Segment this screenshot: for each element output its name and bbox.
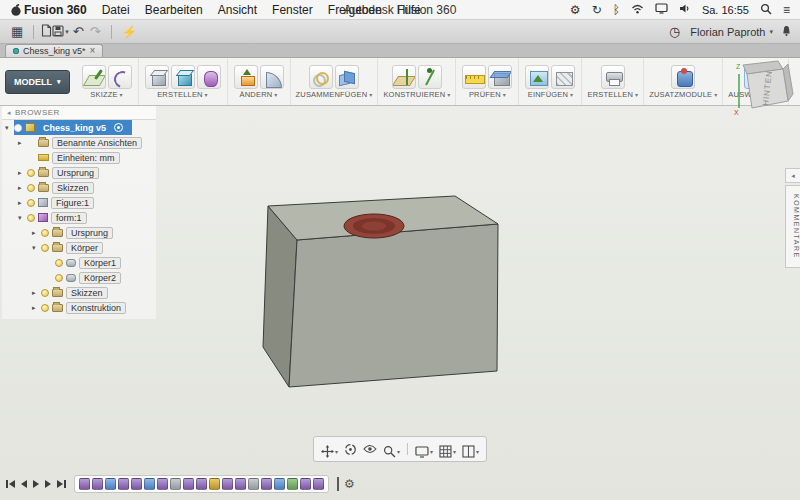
timeline-feature-icon[interactable] (118, 478, 129, 490)
timeline-feature-icon[interactable] (261, 478, 272, 490)
ribbon-group-menu[interactable]: KONSTRUIEREN (383, 90, 450, 99)
wifi-icon[interactable] (631, 4, 644, 16)
visibility-bulb-icon[interactable] (27, 214, 35, 222)
visibility-bulb-icon[interactable] (14, 124, 22, 132)
timeline-feature-icon[interactable] (274, 478, 285, 490)
visibility-bulb-icon[interactable] (41, 229, 49, 237)
ribbon-group-menu[interactable]: ZUSATZMODULE (649, 90, 717, 99)
expand-collapse-icon[interactable]: ▾ (18, 214, 27, 222)
node-label[interactable]: Körper (66, 242, 103, 254)
timeline-feature-icon[interactable] (300, 478, 311, 490)
node-label[interactable]: Benannte Ansichten (52, 137, 142, 149)
collapse-browser-icon[interactable]: ◂ (7, 109, 11, 117)
tree-row[interactable]: ▸ Ursprung (2, 225, 156, 240)
close-tab-icon[interactable]: × (90, 46, 96, 56)
create-sketch-icon[interactable] (82, 65, 106, 89)
comments-tab[interactable]: KOMMENTARE (785, 185, 800, 268)
tree-row[interactable]: ▸ Konstruktion (2, 300, 156, 315)
model-front-face[interactable] (289, 224, 498, 387)
expand-collapse-icon[interactable]: ▸ (32, 289, 41, 297)
play-button[interactable] (33, 480, 39, 488)
skip-to-start-button[interactable] (6, 480, 15, 488)
expand-collapse-icon[interactable]: ▾ (5, 124, 14, 132)
notification-center-icon[interactable]: ≡ (783, 4, 790, 16)
visibility-bulb-icon[interactable] (27, 199, 35, 207)
look-at-button[interactable] (361, 443, 379, 455)
node-label[interactable]: Einheiten: mm (52, 152, 120, 164)
press-pull-icon[interactable] (234, 65, 258, 89)
timeline-feature-icon[interactable] (235, 478, 246, 490)
menu-item[interactable]: Bearbeiten (145, 3, 203, 17)
node-label[interactable]: Figure:1 (51, 197, 94, 209)
timeline-feature-icon[interactable] (105, 478, 116, 490)
timeline-feature-icon[interactable] (209, 478, 220, 490)
tree-row[interactable]: ▸ Ursprung (2, 165, 156, 180)
viewports-button[interactable] (460, 439, 481, 459)
ribbon-group-menu[interactable]: ERSTELLEN (157, 90, 208, 99)
file-icon[interactable] (41, 23, 52, 41)
fillet-icon[interactable] (260, 65, 284, 89)
ribbon-group-menu[interactable]: ZUSAMMENFÜGEN (296, 90, 373, 99)
visibility-bulb-icon[interactable] (41, 244, 49, 252)
timeline-feature-icon[interactable] (183, 478, 194, 490)
node-label[interactable]: Skizzen (66, 287, 108, 299)
node-label[interactable]: Ursprung (66, 227, 113, 239)
visibility-bulb-icon[interactable] (41, 289, 49, 297)
expand-collapse-icon[interactable]: ▸ (32, 304, 41, 312)
job-status-icon[interactable]: ◷ (669, 25, 680, 38)
model-viewport[interactable]: ◂ BROWSER ▾ Chess_king v5 ▸ Benannte A (0, 106, 800, 500)
expand-collapse-icon[interactable]: ▸ (18, 199, 27, 207)
gear-icon[interactable]: ⚙ (570, 4, 581, 16)
tree-row[interactable]: ▸ Figure:1 (2, 195, 156, 210)
timeline-feature-icon[interactable] (248, 478, 259, 490)
timeline-feature-icon[interactable] (131, 478, 142, 490)
model-pocket-inner[interactable] (362, 222, 386, 231)
ribbon-group-menu[interactable]: PRÜFEN (469, 90, 506, 99)
document-tab[interactable]: Chess_king v5* × (5, 44, 103, 57)
menu-item[interactable]: Hilfe (397, 3, 421, 17)
expand-collapse-icon[interactable]: ▾ (32, 244, 41, 252)
timeline-feature-icon[interactable] (222, 478, 233, 490)
timeline-feature-icon[interactable] (79, 478, 90, 490)
volume-icon[interactable] (679, 3, 691, 16)
sketch-spline-icon[interactable] (108, 65, 132, 89)
ribbon-group-menu[interactable]: EINFÜGEN (528, 90, 573, 99)
tree-row[interactable]: ▸ Skizzen (2, 180, 156, 195)
menu-item[interactable]: Datei (102, 3, 130, 17)
section-analysis-icon[interactable] (488, 65, 512, 89)
align-icon[interactable] (335, 65, 359, 89)
node-label[interactable]: Chess_king v5 (38, 122, 111, 134)
orbit-button[interactable] (342, 442, 359, 457)
measure-icon[interactable] (462, 65, 486, 89)
notifications-bell-icon[interactable] (781, 25, 792, 39)
extrude-icon[interactable] (171, 65, 195, 89)
step-forward-button[interactable] (45, 480, 51, 488)
timeline-feature-icon[interactable] (196, 478, 207, 490)
pan-button[interactable] (319, 439, 340, 459)
ribbon-group-menu[interactable]: ERSTELLEN (587, 90, 638, 99)
menu-item[interactable]: Fusion 360 (24, 3, 87, 17)
node-label[interactable]: Skizzen (52, 182, 94, 194)
viewcube[interactable]: Z X HINTEN (732, 56, 798, 116)
expand-collapse-icon[interactable]: ▸ (18, 184, 27, 192)
timeline-position-marker[interactable] (337, 477, 339, 491)
tree-row[interactable]: ▾ Chess_king v5 (2, 120, 156, 135)
insert-mesh-icon[interactable] (551, 65, 575, 89)
node-label[interactable]: Ursprung (52, 167, 99, 179)
visibility-bulb-icon[interactable] (55, 274, 63, 282)
joint-icon[interactable] (309, 65, 333, 89)
display-icon[interactable] (655, 3, 668, 16)
tree-row[interactable]: Körper2 (2, 270, 156, 285)
bluetooth-icon[interactable]: ᛒ (613, 4, 620, 16)
tree-row[interactable]: Körper1 (2, 255, 156, 270)
construction-axis-icon[interactable] (418, 65, 442, 89)
save-icon[interactable] (52, 23, 64, 41)
tree-row[interactable]: ▸ Skizzen (2, 285, 156, 300)
timeline-feature-icon[interactable] (92, 478, 103, 490)
timeline-feature-icon[interactable] (170, 478, 181, 490)
timeline-feature-icon[interactable] (144, 478, 155, 490)
node-label[interactable]: Konstruktion (66, 302, 126, 314)
node-label[interactable]: Körper1 (79, 257, 121, 269)
timeline-feature-icon[interactable] (287, 478, 298, 490)
construction-plane-icon[interactable] (392, 65, 416, 89)
